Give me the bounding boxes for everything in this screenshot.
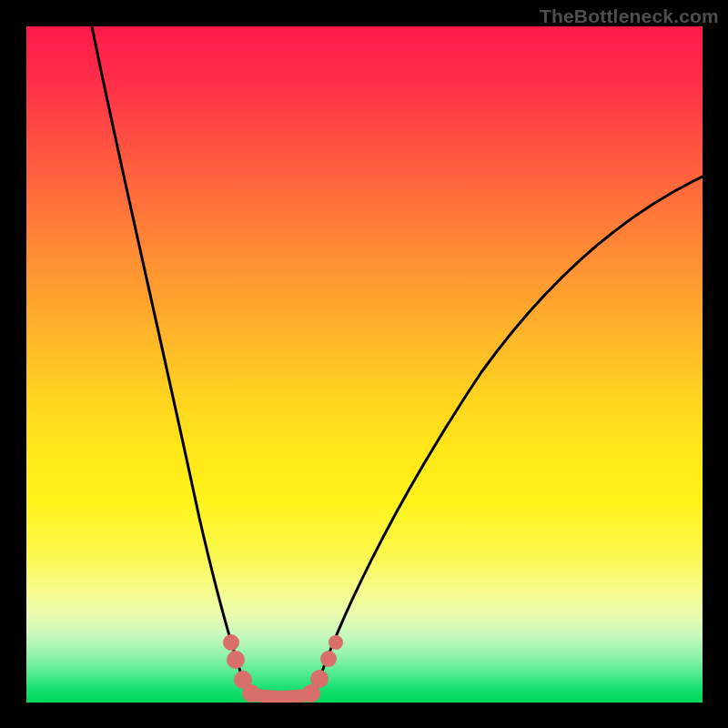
- outer-frame: TheBottleneck.com: [0, 0, 728, 728]
- right-curve: [314, 177, 703, 695]
- curve-layer: [26, 26, 703, 703]
- bead-icon: [310, 670, 329, 688]
- left-curve: [92, 26, 248, 695]
- plot-area: [26, 26, 703, 703]
- bead-icon: [329, 635, 343, 650]
- bead-icon: [227, 651, 245, 669]
- bead-icon: [320, 651, 337, 667]
- bead-icon: [223, 634, 239, 651]
- watermark-text: TheBottleneck.com: [540, 5, 719, 27]
- bead-icon: [242, 684, 260, 703]
